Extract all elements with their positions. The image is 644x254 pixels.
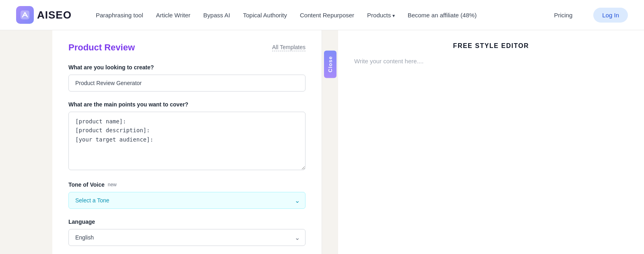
tone-label-row: Tone of Voice new: [68, 181, 305, 188]
nav-products[interactable]: Products: [367, 12, 395, 19]
nav: Paraphrasing tool Article Writer Bypass …: [96, 8, 628, 23]
field2-textarea[interactable]: [product name]: [product description]: […: [68, 112, 305, 170]
main-layout: Product Review All Templates What are yo…: [0, 30, 644, 254]
language-select[interactable]: English Spanish French German Italian Po…: [68, 229, 305, 246]
panel-title: Product Review: [68, 42, 135, 53]
nav-topical-authority[interactable]: Topical Authority: [243, 12, 287, 19]
login-button[interactable]: Log In: [593, 8, 628, 23]
tone-group: Tone of Voice new Select a Tone Professi…: [68, 181, 305, 209]
language-label: Language: [68, 219, 305, 225]
nav-bypass-ai[interactable]: Bypass AI: [203, 12, 230, 19]
editor-placeholder: Write your content here....: [354, 58, 628, 65]
nav-pricing[interactable]: Pricing: [554, 12, 572, 19]
language-select-wrapper: English Spanish French German Italian Po…: [68, 229, 305, 246]
tone-select[interactable]: Select a Tone Professional Casual Friend…: [68, 192, 305, 209]
editor-title: FREE STYLE EDITOR: [354, 42, 628, 50]
language-group: Language English Spanish French German I…: [68, 219, 305, 246]
field1-label: What are you looking to create?: [68, 64, 305, 71]
header: AISEO Paraphrasing tool Article Writer B…: [0, 0, 644, 30]
close-panel: Close: [322, 30, 338, 254]
tone-select-wrapper: Select a Tone Professional Casual Friend…: [68, 192, 305, 209]
nav-affiliate[interactable]: Become an affiliate (48%): [408, 12, 477, 19]
logo[interactable]: AISEO: [16, 6, 72, 24]
field1-group: What are you looking to create?: [68, 64, 305, 92]
close-button[interactable]: Close: [324, 50, 336, 78]
left-sidebar: [0, 30, 52, 254]
field2-group: What are the main points you want to cov…: [68, 101, 305, 172]
nav-paraphrasing[interactable]: Paraphrasing tool: [96, 12, 143, 19]
editor-panel: FREE STYLE EDITOR Write your content her…: [338, 30, 644, 254]
field2-label: What are the main points you want to cov…: [68, 101, 305, 108]
tone-label: Tone of Voice: [68, 181, 105, 188]
panel-header: Product Review All Templates: [68, 42, 305, 53]
logo-text: AISEO: [37, 9, 72, 21]
all-templates-link[interactable]: All Templates: [272, 44, 305, 51]
nav-content-repurposer[interactable]: Content Repurposer: [300, 12, 354, 19]
form-panel: Product Review All Templates What are yo…: [52, 30, 322, 254]
field1-input[interactable]: [68, 75, 305, 92]
tone-new-badge: new: [108, 182, 117, 187]
nav-article-writer[interactable]: Article Writer: [156, 12, 191, 19]
logo-icon: [16, 6, 34, 24]
